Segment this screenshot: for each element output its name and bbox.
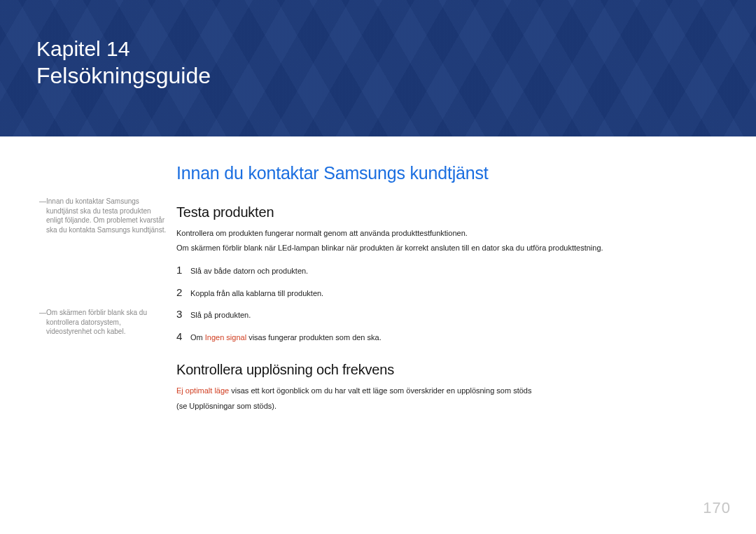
resolution-heading: Kontrollera upplösning och frekvens bbox=[176, 362, 717, 378]
step-number: 3 bbox=[176, 308, 190, 320]
step-4-suffix: visas fungerar produkten som den ska. bbox=[246, 333, 382, 342]
test-p2: Om skärmen förblir blank när LEd-lampan … bbox=[176, 242, 717, 254]
step-3: 3 Slå på produkten. bbox=[176, 308, 717, 322]
step-4-term: Ingen signal bbox=[205, 333, 246, 342]
step-2: 2 Koppla från alla kablarna till produkt… bbox=[176, 286, 717, 300]
test-p1: Kontrollera om produkten fungerar normal… bbox=[176, 227, 717, 239]
sidebar-note-1-text: Innan du kontaktar Samsungs kundtjänst s… bbox=[39, 197, 167, 234]
page-number: 170 bbox=[703, 499, 731, 517]
step-4: 4 Om Ingen signal visas fungerar produkt… bbox=[176, 330, 717, 344]
res-term: Ej optimalt läge bbox=[176, 386, 229, 395]
sidebar-note-2-text: Om skärmen förblir blank ska du kontroll… bbox=[39, 308, 167, 337]
chapter-title: Felsökningsguide bbox=[36, 62, 211, 90]
res-p1: Ej optimalt läge visas ett kort ögonblic… bbox=[176, 385, 717, 397]
res-suffix: visas ett kort ögonblick om du har valt … bbox=[229, 386, 531, 395]
step-1-text: Slå av både datorn och produkten. bbox=[190, 264, 308, 278]
step-4-text: Om Ingen signal visas fungerar produkten… bbox=[190, 330, 382, 344]
test-product-heading: Testa produkten bbox=[176, 204, 717, 220]
steps-list: 1 Slå av både datorn och produkten. 2 Ko… bbox=[176, 264, 717, 344]
dash-icon: ― bbox=[39, 308, 46, 318]
res-p2: (se Upplösningar som stöds). bbox=[176, 400, 717, 412]
step-number: 4 bbox=[176, 330, 190, 342]
sidebar-notes: ― Innan du kontaktar Samsungs kundtjänst… bbox=[39, 163, 167, 415]
step-3-text: Slå på produkten. bbox=[190, 308, 251, 322]
sidebar-note-2: ― Om skärmen förblir blank ska du kontro… bbox=[39, 308, 167, 337]
chapter-label: Kapitel 14 bbox=[36, 36, 211, 62]
step-1: 1 Slå av både datorn och produkten. bbox=[176, 264, 717, 278]
hero-text-block: Kapitel 14 Felsökningsguide bbox=[36, 36, 211, 90]
hero-banner: Kapitel 14 Felsökningsguide bbox=[0, 0, 756, 136]
step-number: 1 bbox=[176, 264, 190, 276]
sidebar-note-1: ― Innan du kontaktar Samsungs kundtjänst… bbox=[39, 197, 167, 234]
section-title: Innan du kontaktar Samsungs kundtjänst bbox=[176, 163, 717, 183]
step-4-prefix: Om bbox=[190, 333, 205, 342]
content-area: ― Innan du kontaktar Samsungs kundtjänst… bbox=[0, 136, 756, 415]
step-number: 2 bbox=[176, 286, 190, 298]
step-2-text: Koppla från alla kablarna till produkten… bbox=[190, 286, 323, 300]
main-column: Innan du kontaktar Samsungs kundtjänst T… bbox=[176, 163, 717, 415]
dash-icon: ― bbox=[39, 197, 46, 206]
